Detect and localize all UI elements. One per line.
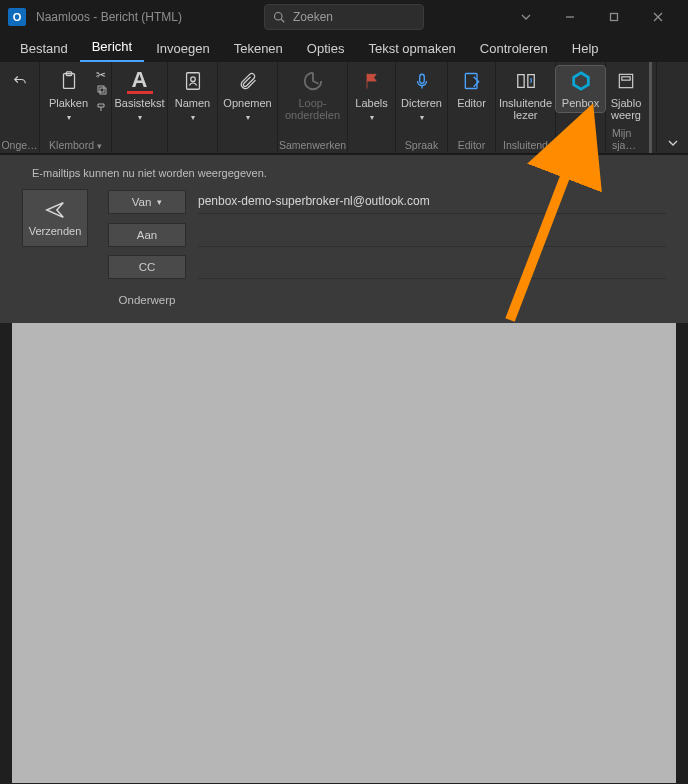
template-icon [613,68,639,94]
message-header: E-mailtips kunnen nu niet worden weergeg… [0,154,688,323]
close-button[interactable] [636,0,680,34]
address-book-icon [180,68,206,94]
outlook-app-icon: O [8,8,26,26]
ribbon-collapse-button[interactable] [504,0,548,34]
templates-button[interactable]: Sjablo weerg [605,66,648,123]
clipboard-group-label: Klembord ▾ [49,139,102,151]
svg-rect-8 [100,88,106,94]
undo-group-label: Onge… [1,139,37,151]
copy-icon[interactable] [96,84,108,99]
svg-rect-9 [98,86,104,92]
cc-button[interactable]: CC [108,255,186,279]
svg-point-0 [275,13,283,21]
speech-group-label: Spraak [405,139,438,151]
ribbon-scroll-edge [649,62,652,153]
chevron-down-icon: ▾ [370,114,374,122]
svg-rect-12 [419,74,424,83]
penbox-button[interactable]: Penbox [556,66,605,112]
from-button[interactable]: Van ▾ [108,190,186,214]
tab-opties[interactable]: Opties [295,35,357,62]
chevron-down-icon: ▾ [67,114,71,122]
title-bar: O Naamloos - Bericht (HTML) Zoeken [0,0,688,34]
tab-invoegen[interactable]: Invoegen [144,35,222,62]
tab-tekstopmaken[interactable]: Tekst opmaken [356,35,467,62]
subject-label: Onderwerp [108,294,186,306]
cut-icon[interactable]: ✂ [96,68,108,82]
immersive-group-label: Insluitend [503,139,548,151]
svg-rect-14 [465,74,477,89]
to-button[interactable]: Aan [108,223,186,247]
search-placeholder: Zoeken [293,10,333,24]
undo-icon [7,68,33,94]
collaborate-group-label: Samenwerken [279,139,346,151]
attach-button[interactable]: Opnemen ▾ [217,66,277,124]
search-icon [273,11,285,23]
editor-group-label: Editor [458,139,485,151]
from-value: penbox-demo-superbroker-nl@outlook.com [198,190,666,214]
svg-point-11 [190,77,195,82]
window-title: Naamloos - Bericht (HTML) [36,10,182,24]
templates-group-label: Mijn sja… [612,127,640,151]
minimize-button[interactable] [548,0,592,34]
immersive-reader-button[interactable]: Insluitende lezer [493,66,558,123]
tags-button[interactable]: Labels ▾ [349,66,393,124]
cc-field[interactable] [198,255,666,279]
subject-field[interactable] [196,289,666,311]
send-icon [44,199,66,221]
editor-button[interactable]: Editor [451,66,492,112]
send-label: Verzenden [29,225,82,237]
chevron-down-icon: ▾ [420,114,424,122]
dictate-button[interactable]: Dicteren ▾ [395,66,448,124]
chevron-down-icon: ▾ [191,114,195,122]
tab-bestand[interactable]: Bestand [8,35,80,62]
basic-text-button[interactable]: A Basistekst ▾ [108,66,170,124]
penbox-group-label: ibox [571,139,590,151]
svg-line-1 [281,19,284,22]
send-button[interactable]: Verzenden [22,189,88,247]
maximize-button[interactable] [592,0,636,34]
book-speaker-icon [513,68,539,94]
editor-icon [459,68,485,94]
flag-icon [359,68,385,94]
tab-tekenen[interactable]: Tekenen [222,35,295,62]
message-body[interactable] [12,323,676,783]
loop-icon [300,68,326,94]
names-button[interactable]: Namen ▾ [169,66,216,124]
undo-button[interactable] [1,66,39,96]
menu-bar: Bestand Bericht Invoegen Tekenen Opties … [0,34,688,62]
ribbon-overflow-button[interactable] [656,62,688,153]
paperclip-icon [235,68,261,94]
format-painter-icon[interactable] [96,101,108,116]
tab-controleren[interactable]: Controleren [468,35,560,62]
loop-components-button[interactable]: Loop-onderdelen [279,66,346,123]
search-box[interactable]: Zoeken [264,4,424,30]
penbox-icon [568,68,594,94]
svg-rect-3 [611,14,618,21]
tab-bericht[interactable]: Bericht [80,33,144,62]
ribbon: Onge… Plakken ▾ ✂ Klembord ▾ [0,62,688,154]
to-field[interactable] [198,223,666,247]
svg-marker-15 [573,73,588,90]
svg-rect-17 [622,77,630,80]
chevron-down-icon: ▾ [246,114,250,122]
chevron-down-icon: ▾ [157,197,162,207]
font-icon: A [127,68,153,94]
tab-help[interactable]: Help [560,35,611,62]
paste-button[interactable]: Plakken ▾ [43,66,94,124]
clipboard-icon [56,68,82,94]
chevron-down-icon: ▾ [138,114,142,122]
mailtip-text: E-mailtips kunnen nu niet worden weergeg… [22,163,666,189]
microphone-icon [409,68,435,94]
